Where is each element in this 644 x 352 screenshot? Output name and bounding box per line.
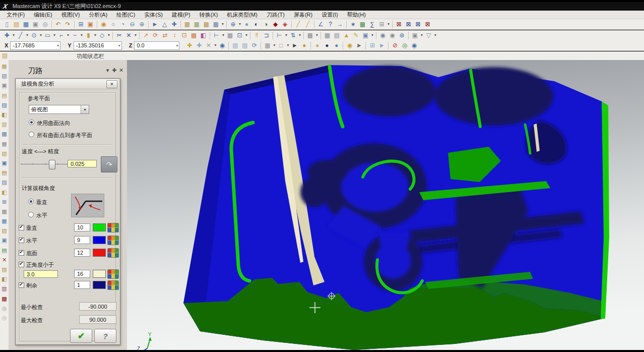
fillet-create-icon[interactable]: ⌐ [57, 31, 66, 40]
rect-menu-icon[interactable]: ▾ [52, 31, 56, 40]
cursor-icon[interactable]: ► [290, 41, 299, 50]
menu-item[interactable]: 帮助(H) [343, 11, 370, 19]
lt-tool-25-icon[interactable]: ▩ [1, 295, 9, 303]
lt-tool-19-icon[interactable]: ▣ [1, 237, 9, 245]
orient-view-icon[interactable]: ✚ [170, 20, 178, 29]
analyze-menu-icon[interactable]: ⊞ [377, 20, 386, 29]
flip-direction-button[interactable]: ↷ [101, 156, 117, 172]
open-file-icon[interactable]: ▤ [12, 20, 21, 29]
lt-tool-15-icon[interactable]: ⊞ [1, 198, 9, 206]
pick-doc-icon[interactable]: ► [377, 41, 386, 50]
z-coordinate-input[interactable]: 0.0▾ [134, 41, 179, 50]
drafting-menu-icon[interactable]: ▾ [107, 31, 111, 40]
menu-item[interactable]: 文件(F) [2, 11, 29, 19]
remaining-color-swatch[interactable] [93, 281, 106, 289]
note-icon[interactable]: ‼ [252, 31, 261, 40]
ball1-icon[interactable]: ◉ [378, 31, 387, 40]
clear-menu-icon[interactable]: ▾ [213, 41, 217, 50]
menu-item[interactable]: 屏幕(R) [289, 11, 317, 19]
lt-tool-6-icon[interactable]: ◧ [1, 111, 9, 119]
hatch-red-icon[interactable]: ◆ [271, 20, 280, 29]
menu-item[interactable]: 编辑(E) [29, 11, 57, 19]
speed-accuracy-slider[interactable] [21, 164, 70, 164]
line-width-icon[interactable]: ╱ [303, 20, 312, 29]
fillet-menu-icon[interactable]: ▾ [66, 31, 70, 40]
line-menu-icon[interactable]: ▾ [25, 31, 29, 40]
grid-icon[interactable]: ▦ [323, 31, 332, 40]
cone-icon[interactable]: ▲ [342, 31, 351, 40]
spline-create-icon[interactable]: ~ [71, 31, 79, 40]
x-coordinate-input[interactable]: -17.7685▾ [10, 41, 60, 50]
xform-offset-icon[interactable]: ↕ [170, 31, 179, 40]
point-create-icon[interactable]: ✚ [3, 31, 11, 40]
ball-select-icon[interactable]: ◉ [345, 41, 354, 50]
z-dropdown-icon[interactable]: ▾ [176, 43, 178, 48]
mesh-icon[interactable]: ▤ [333, 31, 341, 40]
regen-icon[interactable]: ⟳ [250, 41, 259, 50]
radio-vertical[interactable] [28, 199, 34, 204]
lt-tool-11-icon[interactable]: ▣ [1, 159, 9, 167]
positive-angle-color-swatch[interactable] [93, 270, 106, 278]
ball-navy-icon[interactable]: ● [323, 41, 331, 50]
solids-check4-icon[interactable]: ⊠ [423, 20, 432, 29]
clear-icon[interactable]: ✕ [204, 41, 213, 50]
origin-icon[interactable]: ✚ [185, 41, 194, 50]
analyze-position-icon[interactable]: ∠ [316, 20, 325, 29]
analyze-distance-icon[interactable]: → [336, 20, 344, 29]
analyze-surface-icon[interactable]: ▩ [358, 20, 367, 29]
zoom-in-icon[interactable]: ⊕ [138, 20, 146, 29]
x-dropdown-icon[interactable]: ▾ [57, 43, 59, 48]
solid-menu-icon[interactable]: ▾ [93, 31, 97, 40]
no-entry-icon[interactable]: ⊘ [391, 41, 399, 50]
horizontal-checkbox[interactable]: ✔ [19, 238, 24, 243]
solid-create-icon[interactable]: ▮ [84, 31, 93, 40]
undo-icon[interactable]: ↶ [54, 20, 62, 29]
radio-surface-normal[interactable] [29, 120, 34, 125]
horizontal-palette-button[interactable] [107, 236, 119, 245]
drafting-icon[interactable]: ◇ [98, 31, 106, 40]
pick-icon[interactable]: ► [355, 41, 363, 50]
menu-item[interactable]: 建模(P) [167, 11, 195, 19]
horizontal-value-field[interactable]: 9 [74, 236, 90, 244]
print-preview-icon[interactable]: ◎ [41, 20, 49, 29]
analyze-chain-icon[interactable]: ∗ [349, 20, 357, 29]
lt-tool-12-icon[interactable]: ▤ [1, 169, 9, 177]
funnel-icon[interactable]: ▽ [424, 31, 433, 40]
zoom-target-icon[interactable]: ◔ [118, 20, 127, 29]
help-icon[interactable]: ◉ [218, 41, 226, 50]
help-button[interactable]: ? [94, 329, 116, 343]
horizontal-color-swatch[interactable] [93, 236, 106, 244]
paste-entity-icon[interactable]: ▤ [240, 41, 249, 50]
folder-icon[interactable]: ▤ [2, 52, 8, 59]
title-bar[interactable]: X Mastercam 设计 X9 E:\三维网\01\02.emcx-9 [0, 2, 644, 11]
wcs-menu-icon[interactable]: ▾ [238, 20, 242, 29]
vertical-color-swatch[interactable] [93, 223, 106, 231]
shade-green-icon[interactable]: ◑ [262, 20, 270, 29]
frame-icon[interactable]: ⊡ [235, 31, 244, 40]
right-view-icon[interactable]: ▩ [212, 20, 220, 29]
lt-tool-23-icon[interactable]: ◧ [1, 275, 9, 283]
analyze-menu-arrow-icon[interactable]: ▾ [387, 20, 391, 29]
dialog-close-button[interactable]: ✕ [106, 80, 117, 88]
bottom-color-swatch[interactable] [93, 249, 106, 257]
flag-icon[interactable]: ⊐ [262, 31, 271, 40]
delete-menu-icon[interactable]: ▾ [134, 31, 138, 40]
menu-item[interactable]: 转换(X) [195, 11, 223, 19]
solids-check2-icon[interactable]: ⊠ [404, 20, 413, 29]
ok-button[interactable]: ✔ [70, 329, 92, 343]
net-icon[interactable]: ⊛ [398, 31, 406, 40]
sheet-menu-icon[interactable]: ▾ [420, 31, 424, 40]
spline-menu-icon[interactable]: ▾ [80, 31, 84, 40]
menu-item[interactable]: 机床类型(M) [222, 11, 262, 19]
selection-box-icon[interactable]: □ [277, 41, 285, 50]
lt-tool-1-icon[interactable]: ▦ [1, 63, 9, 71]
menu-item[interactable]: 绘图(C) [112, 11, 140, 19]
tolerance-input[interactable]: 0.025 [68, 160, 97, 167]
lt-tool-26-icon[interactable]: ◎ [1, 304, 9, 312]
positive-angle-checkbox[interactable]: ✔ [19, 262, 24, 267]
lt-tool-4-icon[interactable]: ▤ [1, 91, 9, 99]
dialog-title-bar[interactable]: 拔模角度分析 [16, 79, 118, 89]
dim-horizontal-icon[interactable]: ⊢ [212, 31, 221, 40]
redo-icon[interactable]: ↷ [63, 20, 72, 29]
bottom-value-field[interactable]: 12 [74, 249, 90, 257]
